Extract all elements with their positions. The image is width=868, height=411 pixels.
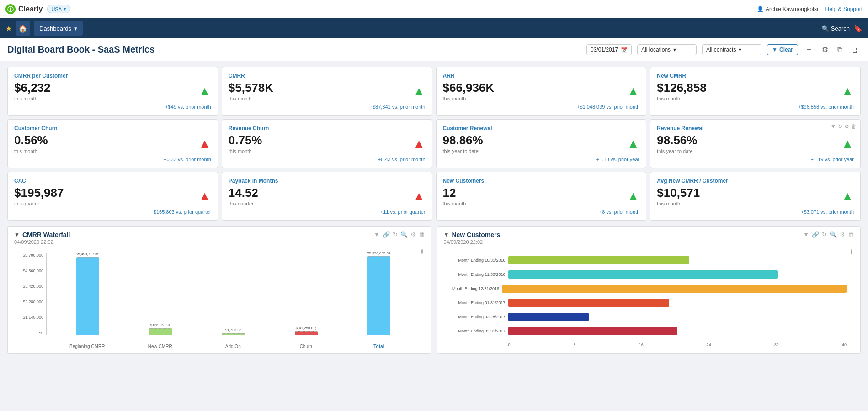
link-tool-icon[interactable]: 🔗 <box>383 231 390 238</box>
metric-value-row: 98.56% this year to date ▲ <box>657 133 854 154</box>
date-filter[interactable]: 03/01/2017 📅 <box>586 44 632 55</box>
metric-vs: +$165,803 vs. prior quarter <box>14 209 211 215</box>
contract-filter[interactable]: All contracts ▾ <box>702 44 761 55</box>
trash-icon[interactable]: 🗑 <box>851 123 857 130</box>
metric-value-row: $5,578K this month ▲ <box>229 81 426 101</box>
metric-period: this month <box>657 201 700 206</box>
main-content: CMRR per Customer $6,232 this month ▲ +$… <box>0 61 868 411</box>
metric-value-row: 0.56% this month ▲ <box>14 133 211 154</box>
metric-value: $6,232 <box>14 81 51 95</box>
arrow-up-green-icon: ▲ <box>198 84 211 99</box>
metric-label: CAC <box>14 178 211 184</box>
gear-tool-icon[interactable]: ⚙ <box>410 231 416 238</box>
nc-filter-icon[interactable]: ▼ <box>803 231 809 238</box>
y-label-2: $4,560,000 <box>14 269 45 273</box>
metric-label: CMRR <box>229 73 426 79</box>
home-button[interactable]: 🏠 <box>16 21 30 36</box>
settings-icon[interactable]: ⚙ <box>820 43 830 56</box>
arrow-up-red-icon: ▲ <box>198 189 211 204</box>
collapse-arrow-icon[interactable]: ▼ <box>14 232 20 238</box>
metric-value-row: $6,232 this month ▲ <box>14 81 211 101</box>
nc-delete-icon[interactable]: 🗑 <box>848 231 854 238</box>
metric-value-row: $126,858 this month ▲ <box>657 81 854 101</box>
arrow-up-green-icon: ▲ <box>627 84 640 99</box>
metric-label: New CMRR <box>657 73 854 79</box>
metric-value-row: 12 this month ▲ <box>443 186 640 206</box>
filter-tool-icon[interactable]: ▼ <box>374 231 380 238</box>
print-icon[interactable]: 🖨 <box>850 44 861 56</box>
metric-value: $126,858 <box>657 81 706 95</box>
contract-chevron-icon: ▾ <box>739 47 741 53</box>
dashboards-nav[interactable]: Dashboards <box>34 21 83 36</box>
metric-card-5: Revenue Churn 0.75% this month ▲ +0.43 v… <box>222 119 432 168</box>
arrow-up-green-icon: ▲ <box>413 84 426 99</box>
metric-value: 0.75% <box>229 133 262 148</box>
nav-bar: ★ 🏠 Dashboards 🔍 Search 🔖 <box>0 18 868 38</box>
metric-card-9: Payback in Months 14.52 this quarter ▲ +… <box>222 172 432 221</box>
metric-period: this year to date <box>657 148 697 154</box>
refresh-tool-icon[interactable]: ↻ <box>393 231 398 238</box>
metric-value: $66,936K <box>443 81 495 95</box>
favorites-star-icon[interactable]: ★ <box>5 24 12 33</box>
metric-period: this month <box>229 96 273 101</box>
bar-row-mar2017: Month Ending 03/31/2017 <box>444 327 847 335</box>
metric-value: $195,987 <box>14 186 64 200</box>
metric-label: Payback in Months <box>229 178 426 184</box>
bar-row-nov2016: Month Ending 11/30/2016 <box>444 270 847 279</box>
bar-beginning-cmrr: $5,490,717.89 <box>51 252 124 335</box>
nc-download-icon[interactable]: ⬇ <box>849 248 854 255</box>
clear-button[interactable]: ▼ Clear <box>767 44 798 55</box>
add-icon[interactable]: ＋ <box>804 43 815 56</box>
metric-period: this month <box>443 96 495 101</box>
zoom-tool-icon[interactable]: 🔍 <box>400 231 408 238</box>
new-customers-chart-header: ▼ New Customers 04/09/2020 22:02 ▼ 🔗 ↻ 🔍… <box>444 231 854 245</box>
help-support-link[interactable]: Help & Support <box>825 6 863 12</box>
calendar-icon: 📅 <box>621 47 628 53</box>
nc-gear-icon[interactable]: ⚙ <box>840 231 845 238</box>
dashboards-chevron-icon <box>74 25 77 32</box>
waterfall-subtitle: 04/09/2020 22:02 <box>14 239 70 245</box>
refresh-icon[interactable]: ↻ <box>838 123 842 130</box>
waterfall-tools: ▼ 🔗 ↻ 🔍 ⚙ 🗑 <box>374 231 425 238</box>
metric-value: $10,571 <box>657 186 700 200</box>
location-filter[interactable]: All locations ▾ <box>637 44 697 55</box>
metric-vs: +1.10 vs. prior year <box>443 157 640 162</box>
delete-tool-icon[interactable]: 🗑 <box>419 231 425 238</box>
metric-period: this quarter <box>229 201 258 206</box>
metric-value: 0.56% <box>14 133 48 148</box>
metric-card-7: ▼↻⚙🗑 Revenue Renewal 98.56% this year to… <box>650 119 861 168</box>
metric-period: this month <box>14 96 51 101</box>
country-selector[interactable]: USA ▾ <box>47 5 70 13</box>
top-bar-right: 👤 Archie Kawmongkolsi Help & Support <box>757 6 863 12</box>
arrow-up-green-icon: ▲ <box>627 189 640 204</box>
nc-refresh-icon[interactable]: ↻ <box>822 231 827 238</box>
new-customers-chart-card: ▼ New Customers 04/09/2020 22:02 ▼ 🔗 ↻ 🔍… <box>437 226 861 354</box>
metric-vs: +$49 vs. prior month <box>14 104 211 110</box>
metric-vs: +0.43 vs. prior month <box>229 157 426 162</box>
metric-card-4: Customer Churn 0.56% this month ▲ +0.33 … <box>7 119 218 168</box>
search-button[interactable]: 🔍 Search <box>822 25 850 32</box>
metric-label: New Customers <box>443 178 640 184</box>
nc-collapse-arrow-icon[interactable]: ▼ <box>444 232 449 238</box>
bar-row-jan2017: Month Ending 01/31/2017 <box>444 299 847 307</box>
bookmark-icon[interactable]: 🔖 <box>853 24 863 33</box>
metric-value: 98.56% <box>657 133 697 148</box>
new-customers-tools: ▼ 🔗 ↻ 🔍 ⚙ 🗑 <box>803 231 854 238</box>
metric-card-11: Avg New CMRR / Customer $10,571 this mon… <box>650 172 861 221</box>
arrow-up-green-icon: ▲ <box>627 137 640 151</box>
bar-row-oct2016: Month Ending 10/31/2016 <box>444 256 847 264</box>
nc-zoom-icon[interactable]: 🔍 <box>830 231 837 238</box>
metric-vs: +$96,858 vs. prior month <box>657 104 854 110</box>
metric-value-row: $10,571 this month ▲ <box>657 186 854 206</box>
nc-link-icon[interactable]: 🔗 <box>812 231 819 238</box>
copy-icon[interactable]: ⧉ <box>836 44 844 56</box>
download-icon[interactable]: ⬇ <box>420 248 425 255</box>
filter-icon[interactable]: ▼ <box>831 123 836 130</box>
waterfall-title: CMRR Waterfall <box>22 231 70 238</box>
y-label-4: $2,280,000 <box>14 300 45 304</box>
metric-period: this month <box>443 201 466 206</box>
waterfall-x-labels: Beginning CMRR New CMRR Add On Churn Tot… <box>46 344 420 349</box>
settings-icon[interactable]: ⚙ <box>844 123 849 130</box>
logo: Clearly <box>5 4 43 14</box>
metric-card-2: ARR $66,936K this month ▲ +$1,048,099 vs… <box>436 67 647 116</box>
